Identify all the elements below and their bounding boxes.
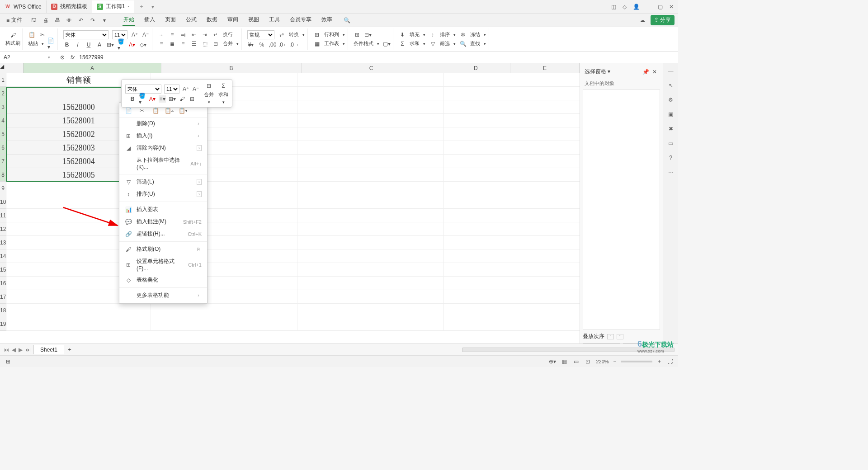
share-button[interactable]: ⇪ 分享 bbox=[651, 15, 675, 25]
number-format-selector[interactable]: 常规 bbox=[247, 30, 274, 39]
cell-E6[interactable] bbox=[516, 141, 580, 155]
currency-icon[interactable]: ¥▾ bbox=[247, 41, 255, 48]
cell-E8[interactable] bbox=[516, 168, 580, 182]
rail-image-icon[interactable]: ▭ bbox=[668, 140, 673, 146]
cell-C11[interactable] bbox=[297, 209, 444, 222]
pin-icon[interactable]: 📌 bbox=[642, 68, 650, 75]
file-menu[interactable]: ≡ 文件 bbox=[4, 16, 25, 24]
row-header-14[interactable]: 14 bbox=[0, 249, 6, 263]
cell-B19[interactable] bbox=[151, 317, 297, 331]
cell-E3[interactable] bbox=[516, 100, 580, 114]
sheet-last-icon[interactable]: ⏭ bbox=[25, 347, 31, 353]
cell-D14[interactable] bbox=[444, 249, 516, 263]
cell-D4[interactable] bbox=[444, 114, 516, 127]
cell-C7[interactable] bbox=[297, 155, 444, 168]
cell-D11[interactable] bbox=[444, 209, 516, 222]
cell-A18[interactable] bbox=[6, 304, 151, 317]
table-icon1[interactable]: ⊞ bbox=[354, 31, 361, 38]
fill-color-icon[interactable]: 🪣▾ bbox=[118, 41, 125, 48]
tab-start[interactable]: 开始 bbox=[123, 14, 135, 26]
row-header-8[interactable]: 8 bbox=[0, 168, 6, 182]
cube-icon[interactable]: ◇ bbox=[623, 4, 627, 10]
cell-D18[interactable] bbox=[444, 304, 516, 317]
search-icon[interactable]: 🔍 bbox=[343, 17, 350, 24]
cm-insert[interactable]: ⊞插入(I)› bbox=[119, 130, 207, 142]
cell-C9[interactable] bbox=[297, 182, 444, 195]
tab-page[interactable]: 页面 bbox=[164, 14, 177, 26]
col-header-E[interactable]: E bbox=[510, 63, 580, 73]
close-window-button[interactable]: ✕ bbox=[669, 4, 674, 10]
cell-E4[interactable] bbox=[516, 114, 580, 127]
tab-list-button[interactable]: ▾ bbox=[149, 4, 157, 10]
cm-table-beautify[interactable]: ◇表格美化 bbox=[119, 274, 207, 286]
worksheet-icon[interactable]: ▦ bbox=[313, 40, 321, 47]
filter-icon[interactable]: ▽ bbox=[429, 40, 436, 47]
cm-clear[interactable]: ◢清除内容(N)› bbox=[119, 142, 207, 154]
mini-sum-big-icon[interactable]: Σ bbox=[220, 82, 227, 89]
rail-more-icon[interactable]: ⋯ bbox=[668, 169, 674, 175]
cell-C6[interactable] bbox=[297, 141, 444, 155]
cm-hyperlink[interactable]: 🔗超链接(H)...Ctrl+K bbox=[119, 228, 207, 240]
align-right-icon[interactable]: ≡ bbox=[179, 40, 187, 47]
cell-E5[interactable] bbox=[516, 127, 580, 141]
align-top-icon[interactable]: ⫠ bbox=[158, 31, 165, 38]
cell-D10[interactable] bbox=[444, 195, 516, 209]
size-selector[interactable]: 11 bbox=[112, 30, 127, 39]
rail-settings-icon[interactable]: ⚙ bbox=[668, 97, 673, 103]
find-icon[interactable]: 🔍 bbox=[459, 40, 467, 47]
cell-C10[interactable] bbox=[297, 195, 444, 209]
cm-format-cells[interactable]: ⊞设置单元格格式(F)...Ctrl+1 bbox=[119, 255, 207, 274]
cm-insert-comment[interactable]: 💬插入批注(M)Shift+F2 bbox=[119, 216, 207, 228]
down-button[interactable]: ˅ bbox=[617, 334, 623, 339]
preview-icon[interactable]: 👁 bbox=[66, 17, 73, 24]
style-icon[interactable]: ▢▾ bbox=[383, 40, 390, 47]
cm-more-features[interactable]: 更多表格功能› bbox=[119, 289, 207, 301]
mini-font[interactable]: 宋体 bbox=[125, 85, 161, 94]
tab-insert[interactable]: 插入 bbox=[143, 14, 156, 26]
indent-dec-icon[interactable]: ⇤ bbox=[190, 31, 198, 38]
freeze-icon[interactable]: ❄ bbox=[459, 31, 467, 38]
row-header-16[interactable]: 16 bbox=[0, 277, 6, 290]
row-header-1[interactable]: 1 bbox=[0, 73, 6, 87]
save-icon[interactable]: 🖫 bbox=[30, 17, 38, 24]
cell-D12[interactable] bbox=[444, 222, 516, 236]
comma-icon[interactable]: ,00 bbox=[269, 41, 276, 48]
row-header-19[interactable]: 19 bbox=[0, 317, 6, 331]
font-color-icon[interactable]: A▾ bbox=[128, 41, 136, 48]
zoom-slider[interactable] bbox=[621, 361, 652, 362]
tab-member[interactable]: 会员专享 bbox=[289, 14, 312, 26]
cell-E18[interactable] bbox=[516, 304, 580, 317]
tab-wps[interactable]: W WPS Office bbox=[0, 0, 47, 13]
cell-C4[interactable] bbox=[297, 114, 444, 127]
col-header-C[interactable]: C bbox=[302, 63, 442, 73]
merge-icon[interactable]: ⊟ bbox=[212, 40, 219, 47]
row-header-2[interactable]: 2 bbox=[0, 87, 6, 100]
select-all-corner[interactable]: ◢ bbox=[0, 63, 24, 73]
dec-inc-icon[interactable]: .0→ bbox=[291, 41, 298, 48]
maximize-button[interactable]: ▢ bbox=[658, 4, 663, 10]
cell-E15[interactable] bbox=[516, 263, 580, 277]
cell-E14[interactable] bbox=[516, 249, 580, 263]
paste-icon[interactable]: 📋 bbox=[28, 31, 35, 38]
cell-D1[interactable] bbox=[444, 73, 516, 87]
cloud-icon[interactable]: ☁ bbox=[639, 17, 646, 24]
tab-template[interactable]: D 找稻壳模板 bbox=[47, 0, 92, 13]
tab-review[interactable]: 审阅 bbox=[226, 14, 239, 26]
cut-icon[interactable]: ✂ bbox=[39, 31, 46, 38]
mini-align-icon[interactable]: ≡▾ bbox=[159, 95, 166, 103]
col-header-A[interactable]: A bbox=[24, 63, 162, 73]
cm-pick-list[interactable]: 从下拉列表中选择(K)...Alt+↓ bbox=[119, 154, 207, 173]
cell-C12[interactable] bbox=[297, 222, 444, 236]
sheet-tab-1[interactable]: Sheet1 bbox=[33, 345, 64, 354]
mini-inc-font-icon[interactable]: A⁺ bbox=[182, 85, 189, 93]
tab-data[interactable]: 数据 bbox=[206, 14, 218, 26]
cell-E13[interactable] bbox=[516, 236, 580, 249]
row-header-11[interactable]: 11 bbox=[0, 209, 6, 222]
cell-E2[interactable] bbox=[516, 87, 580, 100]
cm-copy-icon[interactable]: 📄 bbox=[125, 107, 132, 114]
zoom-in-button[interactable]: ＋ bbox=[657, 358, 662, 365]
cell-C17[interactable] bbox=[297, 290, 444, 304]
print-icon[interactable]: 🖶 bbox=[54, 17, 61, 24]
row-header-12[interactable]: 12 bbox=[0, 222, 6, 236]
minimize-button[interactable]: — bbox=[646, 4, 651, 10]
